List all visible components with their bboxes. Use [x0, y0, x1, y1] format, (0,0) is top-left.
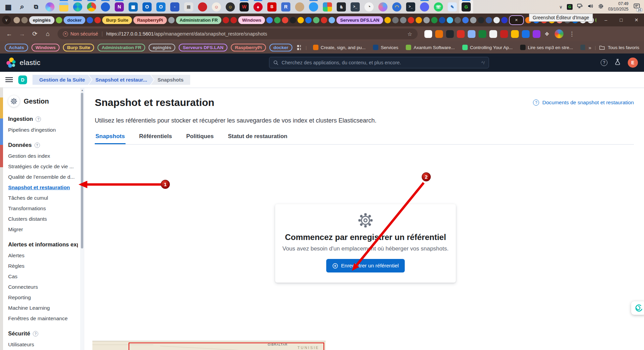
bookmark[interactable]: Services	[373, 45, 398, 50]
clock[interactable]: 07:49 03/10/2025	[608, 1, 628, 12]
taskbar-app-icon[interactable]	[418, 0, 431, 14]
browser-tab[interactable]	[297, 17, 304, 23]
extension-icon[interactable]	[479, 30, 486, 38]
taskbar-app-icon[interactable]: >_	[404, 0, 418, 14]
browser-tab[interactable]	[168, 17, 175, 23]
global-search[interactable]: ^/	[269, 57, 489, 68]
taskbar-app-icon[interactable]	[43, 0, 57, 14]
browser-tab[interactable]	[408, 17, 414, 23]
browser-tab[interactable]	[56, 17, 62, 23]
help-icon[interactable]: ?	[35, 143, 40, 148]
bookmark-group-chip[interactable]: RaspberryPi	[231, 44, 266, 51]
browser-tab[interactable]	[486, 17, 492, 23]
taskbar-app-icon[interactable]: O	[140, 0, 154, 14]
help-icon[interactable]: ?	[36, 116, 41, 122]
browser-tab[interactable]	[431, 17, 438, 23]
sidebar-item[interactable]: Alertes	[8, 253, 78, 259]
taskbar-app-icon[interactable]	[293, 0, 307, 14]
bookmark-group-chip[interactable]: Administration FR	[97, 44, 145, 51]
network-icon[interactable]	[577, 3, 583, 10]
browser-tab[interactable]	[14, 17, 20, 23]
tab-search-chevron-icon[interactable]: ∨	[2, 16, 11, 24]
bookmark[interactable]: Axantum Software...	[406, 45, 455, 50]
extension-icon[interactable]	[457, 30, 465, 38]
taskbar-app-icon[interactable]: ◠	[390, 0, 404, 14]
elastic-logo[interactable]: elastic	[6, 58, 41, 68]
scrollbar-thumb[interactable]	[81, 93, 83, 248]
taskbar-app-icon[interactable]	[307, 0, 320, 14]
browser-tab[interactable]: Burp Suite	[102, 16, 132, 24]
taskbar-app-icon[interactable]: ⌕	[15, 0, 29, 14]
extension-icon[interactable]	[435, 30, 443, 38]
bookmark-group-chip[interactable]: Serveurs DFS.LAN	[179, 44, 227, 51]
extension-icon[interactable]	[533, 30, 540, 38]
sidebar-item[interactable]: Connecteurs	[8, 284, 78, 290]
taskbar-app-icon[interactable]: ▫	[168, 0, 182, 14]
taskbar-app-icon[interactable]: ◔	[362, 0, 376, 14]
tray-chevron-icon[interactable]: ∨	[559, 4, 562, 9]
taskbar-app-icon[interactable]: ▤	[182, 0, 196, 14]
browser-tab[interactable]	[223, 17, 229, 23]
sidebar-item[interactable]: Cas	[8, 274, 78, 280]
browser-tab[interactable]	[470, 17, 476, 23]
extension-icon[interactable]	[511, 30, 519, 38]
sidebar-item[interactable]: Tâches de cumul	[8, 195, 78, 201]
tab-policies[interactable]: Politiques	[185, 133, 214, 144]
taskbar-app-icon[interactable]: >_	[348, 0, 362, 14]
security-badge[interactable]: ✕ Non sécurisé	[63, 31, 98, 37]
user-avatar[interactable]: E	[628, 58, 638, 68]
menu-hamburger-icon[interactable]	[5, 77, 13, 82]
sidebar-item[interactable]: Transformations	[8, 205, 78, 212]
taskbar-app-icon[interactable]: ♞	[334, 0, 348, 14]
tab-repositories[interactable]: Référentiels	[138, 133, 173, 144]
back-icon[interactable]: ←	[3, 28, 15, 40]
taskbar-app-icon[interactable]: ⧉	[29, 0, 43, 14]
sidebar-item[interactable]: Stratégies de cycle de vie ...	[8, 163, 78, 170]
search-input[interactable]	[282, 60, 478, 65]
volume-icon[interactable]	[587, 3, 594, 10]
browser-profile-avatar[interactable]	[555, 29, 563, 38]
taskbar-app-icon[interactable]: ☺	[209, 0, 223, 14]
taskbar-app-icon[interactable]: B	[265, 0, 279, 14]
sidebar-scrollbar[interactable]: ▲	[80, 88, 84, 350]
extension-icon[interactable]	[446, 30, 454, 38]
bookmark-star-icon[interactable]: ☆	[407, 31, 412, 37]
browser-tab[interactable]	[230, 17, 237, 23]
sidebar-item[interactable]: Règles	[8, 263, 78, 269]
browser-tab[interactable]	[94, 17, 101, 23]
sidebar-item[interactable]: Migrer	[8, 226, 78, 233]
taskbar-app-icon[interactable]: ♠	[251, 0, 265, 14]
elastic-assistant-button[interactable]	[631, 301, 644, 315]
browser-tab[interactable]	[274, 17, 281, 23]
notification-center-icon[interactable]: 16	[634, 3, 640, 10]
taskbar-app-icon[interactable]: ●	[85, 0, 98, 14]
taskbar-app-icon[interactable]	[196, 0, 209, 14]
extension-icon[interactable]	[489, 30, 497, 38]
bookmark[interactable]: Create, sign, and pu...	[313, 45, 366, 50]
all-bookmarks[interactable]: Tous les favoris	[599, 45, 639, 50]
browser-tab[interactable]	[423, 17, 430, 23]
browser-tab[interactable]	[454, 17, 461, 23]
browser-tab[interactable]	[439, 17, 445, 23]
apps-grid-icon[interactable]	[297, 45, 301, 50]
taskbar-app-icon[interactable]	[320, 0, 334, 14]
browser-tab[interactable]	[392, 17, 399, 23]
breadcrumb-suite-management[interactable]: Gestion de la Suite	[32, 75, 92, 85]
home-icon[interactable]: ⌂	[42, 28, 53, 40]
bookmarks-overflow-icon[interactable]: »	[589, 45, 591, 50]
browser-tab[interactable]: Serveurs DFS.LAN	[336, 16, 383, 24]
extension-icon[interactable]	[424, 30, 432, 38]
taskbar-app-icon[interactable]: ▦	[1, 0, 15, 14]
sidebar-item[interactable]: Clusters distants	[8, 216, 78, 222]
sidebar-item[interactable]: Reporting	[8, 294, 78, 301]
taskbar-app-icon[interactable]: G	[459, 0, 473, 14]
bookmark-group-chip[interactable]: epinglés	[149, 44, 175, 51]
bookmark-group-chip[interactable]: Burp Suite	[63, 44, 94, 51]
settings-gear-icon[interactable]	[598, 3, 604, 10]
forward-icon[interactable]: →	[16, 28, 28, 40]
sidebar-item[interactable]: Machine Learning	[8, 305, 78, 311]
browser-tab[interactable]: Windows	[238, 16, 265, 24]
sidebar-item[interactable]: Utilisateurs	[8, 342, 78, 348]
taskbar-app-icon[interactable]: ☏	[431, 0, 445, 14]
register-repository-button[interactable]: Enregistrer un référentiel	[326, 259, 405, 272]
